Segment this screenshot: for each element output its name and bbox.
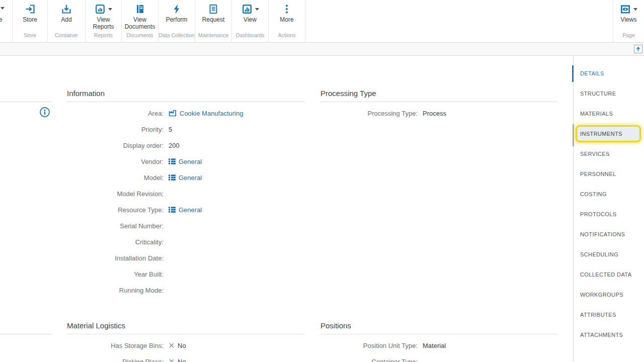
field-label: Vendor: bbox=[67, 158, 164, 165]
sidebar-item-label: COSTING bbox=[580, 191, 607, 197]
collapse-ribbon-button[interactable] bbox=[634, 45, 642, 53]
toolbar-group-data-collection: PerformData Collection bbox=[158, 0, 195, 42]
field-value-link[interactable]: General bbox=[179, 174, 202, 182]
toolbar-button-cutoff[interactable]: e bbox=[0, 0, 12, 42]
sidebar-item-personnel[interactable]: PERSONNEL bbox=[574, 164, 644, 184]
toolbar-button-views[interactable]: Views bbox=[613, 0, 644, 32]
lightning-icon bbox=[171, 4, 182, 15]
field-value: Process bbox=[423, 110, 446, 117]
field-row-vendor: Vendor:General bbox=[67, 153, 304, 169]
toolbar-button-add[interactable]: Add bbox=[48, 0, 85, 32]
toolbar-button-label: More bbox=[280, 16, 293, 23]
toolbar-spacer bbox=[305, 0, 613, 42]
field-row-processing-type: Processing Type:Process bbox=[320, 105, 558, 121]
field-row-position-unit-type: Position Unit Type:Material bbox=[320, 337, 558, 353]
x-icon bbox=[169, 358, 175, 362]
field-row-display-order: Display order:200 bbox=[67, 137, 304, 153]
dashboards-icon bbox=[242, 4, 253, 15]
list-icon bbox=[169, 158, 176, 165]
field-label: Criticality: bbox=[67, 238, 164, 246]
field-value-wrap: General bbox=[169, 158, 202, 165]
toolbar-button-request[interactable]: Request bbox=[195, 0, 231, 32]
toolbar-group-store: StoreStore bbox=[12, 0, 47, 42]
sidebar-item-structure[interactable]: STRUCTURE bbox=[574, 83, 644, 104]
field-value-wrap: General bbox=[169, 174, 202, 182]
toolbar-button-iconrow bbox=[134, 3, 145, 15]
x-icon bbox=[169, 342, 175, 348]
toolbar-group-container: AddContainer bbox=[47, 0, 85, 42]
store-icon bbox=[25, 4, 36, 15]
sidebar-item-services[interactable]: SERVICES bbox=[574, 144, 644, 164]
left-divider-stub bbox=[0, 334, 52, 334]
sidebar-item-details[interactable]: DETAILS bbox=[574, 63, 644, 83]
toolbar-button-label: Store bbox=[23, 16, 37, 23]
sidebar-item-label: ATTACHMENTS bbox=[580, 332, 623, 338]
field-label: Has Storage Bins: bbox=[67, 342, 164, 349]
collapse-ribbon-icon bbox=[635, 45, 641, 54]
sidebar-item-instruments[interactable]: INSTRUMENTS bbox=[574, 124, 644, 144]
field-row-year-built: Year Built: bbox=[67, 266, 304, 282]
field-value-link[interactable]: General bbox=[179, 206, 202, 214]
field-value: Material bbox=[423, 342, 446, 349]
toolbar-button-label: Add bbox=[61, 16, 71, 23]
chevron-down-icon bbox=[633, 8, 637, 11]
sidebar-item-collected-data[interactable]: COLLECTED DATA bbox=[574, 264, 644, 285]
sidebar-item-protocols[interactable]: PROTOCOLS bbox=[574, 204, 644, 224]
toolbar-button-view-reports[interactable]: View Reports bbox=[86, 0, 121, 32]
toolbar-button-cutoff-label: e bbox=[0, 16, 3, 23]
sidebar-item-label: SERVICES bbox=[580, 151, 610, 157]
section-divider bbox=[67, 102, 304, 102]
toolbar-button-view[interactable]: View bbox=[232, 0, 268, 32]
toolbar-button-store[interactable]: Store bbox=[13, 0, 47, 32]
field-label: Position Unit Type: bbox=[320, 342, 418, 349]
field-value: 5 bbox=[169, 126, 172, 133]
toolbar-button-label: View Documents bbox=[122, 16, 158, 30]
sidebar-item-costing[interactable]: COSTING bbox=[574, 184, 644, 204]
toolbar-button-view-documents[interactable]: View Documents bbox=[122, 0, 158, 32]
add-container-icon bbox=[61, 4, 72, 15]
sidebar-item-scheduling[interactable]: SCHEDULING bbox=[574, 244, 644, 264]
toolbar-button-more[interactable]: More bbox=[269, 0, 305, 32]
sidebar-item-label: WORKGROUPS bbox=[580, 292, 623, 298]
sidebar-item-label: PERSONNEL bbox=[580, 171, 616, 177]
field-value-wrap: No bbox=[169, 358, 186, 362]
toolbar-button-label: View Reports bbox=[86, 16, 121, 30]
field-value-wrap: Cookie Manufacturing bbox=[169, 109, 243, 117]
toolbar-group-label: Reports bbox=[94, 32, 113, 42]
sidebar-item-label: STRUCTURE bbox=[580, 90, 616, 97]
field-row-running-mode: Running Mode: bbox=[67, 282, 304, 298]
chevron-down-icon bbox=[108, 8, 112, 11]
info-icon[interactable] bbox=[39, 107, 50, 118]
list-icon bbox=[169, 174, 176, 181]
section-positions: Positions Position Unit Type:MaterialCon… bbox=[320, 318, 558, 362]
sidebar-item-notifications[interactable]: NOTIFICATIONS bbox=[574, 224, 644, 244]
toolbar-group-reports: View ReportsReports bbox=[85, 0, 121, 42]
field-value: No bbox=[178, 342, 186, 349]
chevron-down-icon bbox=[255, 8, 259, 11]
field-row-container-type: Container Type: bbox=[320, 353, 558, 362]
sidebar-item-attributes[interactable]: ATTRIBUTES bbox=[574, 305, 644, 325]
field-value-link[interactable]: General bbox=[179, 158, 202, 165]
maintenance-request-icon bbox=[208, 4, 219, 15]
field-row-criticality: Criticality: bbox=[67, 234, 304, 250]
toolbar-button-label: Views bbox=[621, 16, 637, 23]
list-icon bbox=[169, 206, 176, 213]
sidebar-item-materials[interactable]: MATERIALS bbox=[574, 104, 644, 124]
toolbar-group-label: Container bbox=[55, 32, 78, 42]
toolbar-button-perform[interactable]: Perform bbox=[158, 0, 195, 32]
sidebar-item-workgroups[interactable]: WORKGROUPS bbox=[574, 285, 644, 305]
field-value-wrap: Process bbox=[423, 110, 446, 117]
toolbar-group-page: ViewsPage bbox=[613, 0, 644, 42]
field-label: Serial Number: bbox=[67, 222, 164, 230]
toolbar-group-label: Maintenance bbox=[198, 32, 228, 42]
field-row-resource-type: Resource Type:General bbox=[67, 202, 304, 218]
toolbar-button-iconrow bbox=[281, 3, 292, 15]
sidebar-item-attachments[interactable]: ATTACHMENTS bbox=[574, 325, 644, 345]
toolbar-button-iconrow bbox=[208, 3, 219, 15]
field-row-picking-place: Picking Place:No bbox=[67, 353, 304, 362]
sidebar-item-label: DETAILS bbox=[580, 70, 604, 76]
field-value: 200 bbox=[169, 142, 180, 149]
field-value-link[interactable]: Cookie Manufacturing bbox=[180, 110, 243, 117]
toolbar-group-actions: MoreActions bbox=[268, 0, 305, 42]
view-documents-icon bbox=[134, 4, 145, 15]
